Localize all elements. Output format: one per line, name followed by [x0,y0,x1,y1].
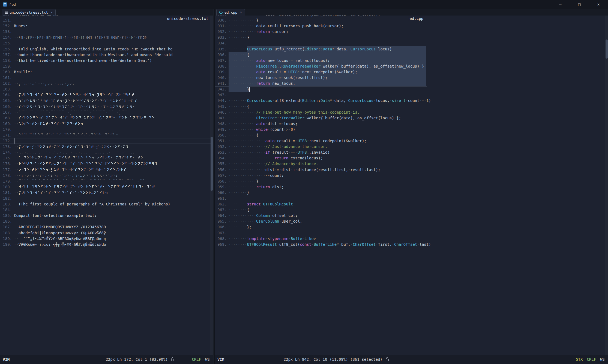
code-line[interactable]: 935.········CursorLocus·utf8_retract(Edi… [215,46,427,52]
code-line[interactable]: 952.················//·Just·advance·the·… [215,144,427,150]
line-text[interactable] [14,75,211,81]
code-line[interactable]: 930.············} [215,17,427,23]
code-line[interactable]: 929.················data->multi_cursors.… [215,16,427,17]
code-line[interactable]: 180.··⠺⠊⠇⠇·⠹⠻⠑⠋⠕⠗⠑·⠏⠻⠍⠊⠞·⠍⠑·⠞⠕·⠗⠑⠏⠑⠁⠞⠂·⠑… [0,184,211,190]
code-line[interactable]: 155. [0,40,211,46]
code-line[interactable]: 187.··ABCDEFGHIJKLMNOPQRSTUVWXYZ·/012345… [0,224,211,230]
code-line[interactable]: 962.········struct·UTF8ColResult [215,201,427,207]
line-text[interactable]: ············data->multi_cursors.push_bac… [229,23,427,29]
line-text[interactable] [14,63,211,69]
line-text[interactable]: ········UTF8ColResult·utf8_col(const·Buf… [229,242,427,247]
line-text[interactable]: ················auto·result·=·UTF8::next… [229,138,427,144]
code-line[interactable]: 965.············UserColumn·user_col; [215,219,427,224]
code-line[interactable]: 174.··⠪⠝·⠅⠝⠪⠇⠫⠛⠑⠂·⠱⠁⠞·⠹⠻⠑·⠊⠎·⠏⠜⠞⠊⠊⠥⠇⠜⠇⠹·… [0,150,211,155]
line-text[interactable]: ········} [229,86,427,92]
code-line[interactable]: 158.··that·he·lived·in·the·northern·land… [0,58,211,63]
code-line[interactable]: 963.········{ [215,207,427,213]
code-line[interactable]: 153. [0,29,211,35]
line-text[interactable]: ············new_locus·=·seek(result.firs… [229,75,427,81]
line-text[interactable]: ················if·(result·==·UTF8::inva… [229,150,427,155]
code-line[interactable]: 936.········{ [215,52,427,58]
line-text[interactable]: ··⡍⠜⠇⠑⠹·⠺⠁⠎·⠁⠎·⠙⠑⠁⠙·⠁⠎·⠁·⠙⠕⠕⠗⠤⠝⠁⠊⠇⠲ [14,190,211,196]
code-line[interactable]: 159. [0,63,211,69]
line-text[interactable]: ············{ [229,132,427,138]
code-line[interactable]: 172. [0,138,211,144]
code-line[interactable]: 160.Braille: [0,69,211,75]
line-text[interactable]: ············return·cursor; [229,29,427,35]
close-button[interactable]: ✕ [589,0,608,9]
code-line[interactable]: 948.············auto·dist·=·locus; [215,121,427,127]
line-text[interactable]: ··ABCDEFGHIJKLMNOPQRSTUVWXYZ·/0123456789 [14,224,211,230]
code-line[interactable]: 939.············auto·result·=·UTF8::next… [215,69,427,75]
code-line[interactable]: 185.Compact·font·selection·example·text: [0,213,211,219]
line-text[interactable] [229,230,427,236]
line-text[interactable]: ········} [229,35,427,40]
line-text[interactable] [229,92,427,98]
line-text[interactable]: ············while·(count·>·0) [229,127,427,132]
editor-content-left[interactable]: 150.··እግርህን·በፍራሽህ·ልክ·ዘርጋ።151.152.Runes:1… [0,16,213,355]
line-text[interactable]: ············auto·new_locus·=·retract(loc… [229,58,427,63]
line-text[interactable]: ················//·Just·advance·the·curs… [229,144,427,150]
code-line[interactable]: 173.··⡍⠔⠙⠖·⡊·⠙⠕⠝⠰⠞·⠍⠑⠁⠝·⠞⠕·⠎⠁⠹·⠹⠁⠞·⡊·⠅⠝⠪… [0,144,211,150]
code-line[interactable]: 949.············while·(count·>·0) [215,127,427,132]
line-text[interactable]: ··⠎⠊⠛⠝⠫·⠃⠹·⠹⠑·⠊⠇⠻⠛⠹⠍⠁⠝⠂·⠹⠑·⠊⠇⠻⠅⠂·⠹⠑·⠥⠝⠙⠻… [14,104,211,110]
code-line[interactable]: 943. [215,92,427,98]
code-line[interactable]: 958.············} [215,178,427,184]
code-line[interactable]: 942.········} [215,86,427,92]
minimize-button[interactable]: ─ [551,0,570,9]
line-text[interactable]: ··⡍⠔⠙⠖·⡊·⠙⠕⠝⠰⠞·⠍⠑⠁⠝·⠞⠕·⠎⠁⠹·⠹⠁⠞·⡊·⠅⠝⠪⠂·⠕⠋… [14,144,211,150]
code-line[interactable]: 951.················auto·result·=·UTF8::… [215,138,427,144]
scrollbar-thumb[interactable] [606,40,608,59]
code-line[interactable]: 189.··–—‘“”„†•…‰™œŠŸž€·ΑΒΓΔΩαβγδω·АБВГДа… [0,236,211,242]
line-text[interactable]: ··∀∂∈ℝ∧∪≡∞·↑↗↨↻⇣·┐┼╔╘░►☺♀·ﬁ�⑀₂ἠḂӥẄɐː⍎אԱა [14,242,211,247]
line-text[interactable]: ········CursorLocus·utf8_extend(Editor::… [229,98,427,104]
line-text[interactable] [14,196,211,201]
code-line[interactable]: 170. [0,127,211,132]
line-text[interactable]: ········{ [229,52,427,58]
code-line[interactable]: 966.········}; [215,224,427,230]
line-text[interactable]: ················--count; [229,173,427,178]
line-text[interactable]: ············auto·dist·=·locus; [229,121,427,127]
line-text[interactable]: ··⡕⠇⠙·⡍⠜⠇⠑⠹·⠺⠁⠎·⠁⠎·⠙⠑⠁⠙·⠁⠎·⠁·⠙⠕⠕⠗⠤⠝⠁⠊⠇⠲ [14,132,211,138]
code-line[interactable]: 165.··⠱⠁⠞⠑⠧⠻·⠁⠃⠳⠞·⠹⠁⠞⠲·⡹⠑·⠗⠑⠛⠊⠌⠻·⠕⠋·⠙⠊⠎·… [0,98,211,104]
line-text[interactable] [229,40,427,46]
line-text[interactable]: ············auto·result·=·UTF8::next_cod… [229,69,427,75]
line-text[interactable]: ··abcdefghijklmnopqrstuvwxyz·£©µÀÆÖÞßéöÿ [14,230,211,236]
line-text[interactable]: ············PieceTree::ReverseTreeWalker… [229,63,427,69]
code-line[interactable]: 154.··ᚻᛖ·ᚳᚹᚫᚦ·ᚦᚫᛏ·ᚻᛖ·ᛒᚢᛞᛖ·ᚩᚾ·ᚦᚫᛗ·ᛚᚪᚾᛞᛖ·ᚾ… [0,35,211,40]
line-text[interactable] [14,219,211,224]
scrollbar-thumb[interactable] [211,137,213,191]
line-text[interactable]: ··⡌⠁⠧⠑·⠼⠁⠒··⡍⠜⠇⠑⠹⠰⠎·⡣⠕⠌ [14,81,211,86]
tab-close-button[interactable]: ✕ [240,10,242,14]
line-text[interactable]: ················//·Advance·by·distance. [229,161,427,167]
line-text[interactable]: ··(Old·English,·which·transcribed·into·L… [14,46,211,52]
line-text[interactable]: ············return·dist; [229,184,427,190]
tab-close-button[interactable]: ✕ [51,10,53,14]
code-line[interactable]: 181.··⡍⠜⠇⠑⠹·⠺⠁⠎·⠁⠎·⠙⠑⠁⠙·⠁⠎·⠁·⠙⠕⠕⠗⠤⠝⠁⠊⠇⠲ [0,190,211,196]
line-text[interactable]: ············//·Find·out·how·many·bytes·t… [229,110,427,115]
line-text[interactable]: ··that·he·lived·in·the·northern·land·nea… [14,58,211,63]
scrollbar-right[interactable] [605,16,608,355]
code-line[interactable]: 957.················--count; [215,173,427,178]
line-text[interactable]: ··–—‘“”„†•…‰™œŠŸž€·ΑΒΓΔΩαβγδω·АБВГДабвгд [14,236,211,242]
code-line[interactable]: 157.··bude·thaem·lande·northweardum·with… [0,52,211,58]
code-line[interactable]: 967. [215,230,427,236]
code-line[interactable]: 961. [215,196,427,201]
line-text[interactable]: ··(The·first·couple·of·paragraphs·of·"A·… [14,201,211,207]
code-line[interactable]: 184. [0,207,211,213]
code-line[interactable]: 190.··∀∂∈ℝ∧∪≡∞·↑↗↨↻⇣·┐┼╔╘░►☺♀·ﬁ�⑀₂ἠḂӥẄɐː… [0,242,211,247]
tab-ed-cpp[interactable]: ed.cpp ✕ [216,9,245,16]
line-text[interactable]: ········{ [229,207,427,213]
code-line[interactable]: 968.········template·<typename·BufferLik… [215,236,427,242]
code-line[interactable]: 162.··⡌⠁⠧⠑·⠼⠁⠒··⡍⠜⠇⠑⠹⠰⠎·⡣⠕⠌ [0,81,211,86]
code-line[interactable]: 188.··abcdefghijklmnopqrstuvwxyz·£©µÀÆÖÞ… [0,230,211,236]
line-text[interactable]: ··⠡⠕⠎⠑·⠞⠕·⠏⠥⠞·⠙⠊⠎·⠙⠁⠝⠙·⠞⠕⠲ [14,121,211,127]
code-line[interactable]: 166.··⠎⠊⠛⠝⠫·⠃⠹·⠹⠑·⠊⠇⠻⠛⠹⠍⠁⠝⠂·⠹⠑·⠊⠇⠻⠅⠂·⠹⠑·… [0,104,211,110]
code-line[interactable]: 933.········} [215,35,427,40]
line-text[interactable]: Compact·font·selection·example·text: [14,213,211,219]
code-line[interactable]: 182. [0,196,211,201]
line-text[interactable]: ··⠊⠎·⠔·⠹⠑·⠎⠊⠍⠊⠇⠑⠆·⠁⠝⠙·⠍⠹·⠥⠝⠙⠁⠇⠇⠪⠫·⠙⠁⠝⠙⠎ [14,173,211,178]
line-text[interactable]: ··⡍⠜⠇⠑⠹·⠺⠁⠎·⠙⠑⠁⠙⠒·⠞⠕·⠃⠑⠛⠔·⠺⠊⠹⠲·⡹⠻⠑·⠊⠎·⠝⠕… [14,92,211,98]
line-text[interactable] [229,196,427,201]
line-text[interactable]: ············PieceTree::TreeWalker·walker… [229,115,427,121]
